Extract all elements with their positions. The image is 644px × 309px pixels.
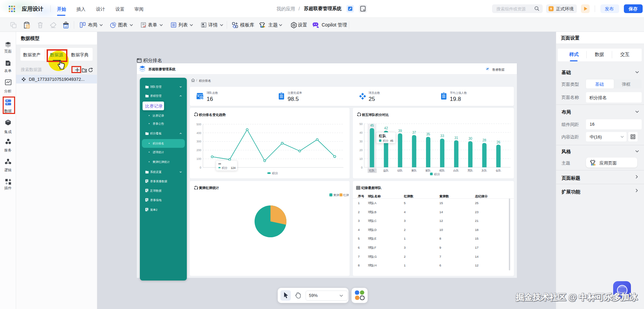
svg-text:37: 37 [412,131,416,134]
svg-text:积分: 积分 [222,166,228,170]
svg-text:50: 50 [360,122,363,126]
svg-text:红队: 红队 [379,134,386,138]
svg-text:绿队: 绿队 [397,169,403,172]
svg-text:红队: 红队 [369,169,375,172]
svg-text:黄牌: 黄牌 [333,193,339,197]
svg-text:31: 31 [454,136,459,140]
svg-text:200: 200 [197,148,201,152]
svg-text:39: 39 [398,129,402,133]
svg-text:黑队: 黑队 [468,169,473,172]
svg-text:0: 0 [200,166,201,169]
svg-text:300: 300 [197,140,201,143]
svg-text:白队: 白队 [453,169,459,172]
svg-text:益队: 益队 [383,169,389,172]
svg-text:积分: 积分 [434,173,440,176]
svg-text:42: 42 [384,126,388,130]
svg-text:28: 28 [483,138,487,142]
svg-text:30: 30 [469,137,473,140]
svg-text:黄队: 黄队 [411,169,417,172]
svg-text:红牌: 红牌 [343,193,349,197]
svg-text:积分: 积分 [383,139,389,142]
svg-text:积分: 积分 [272,172,278,175]
svg-text:26: 26 [496,140,500,144]
svg-text:500: 500 [197,123,201,126]
svg-text:金队: 金队 [496,169,501,172]
svg-text:124: 124 [231,166,235,170]
svg-text:33: 33 [440,134,444,138]
svg-text:橙队: 橙队 [439,169,445,172]
svg-text:10: 10 [360,157,363,161]
svg-text:0: 0 [361,166,363,169]
svg-text:35: 35 [426,132,430,136]
svg-text:100: 100 [197,157,201,161]
svg-text:灰队: 灰队 [481,169,487,172]
svg-text:45: 45 [390,139,393,142]
svg-text:400: 400 [197,131,201,135]
svg-text:40: 40 [360,131,363,134]
svg-text:紫队: 紫队 [425,169,431,172]
svg-text:30: 30 [360,140,363,143]
svg-text:45: 45 [370,124,374,127]
svg-text:20: 20 [360,148,363,152]
